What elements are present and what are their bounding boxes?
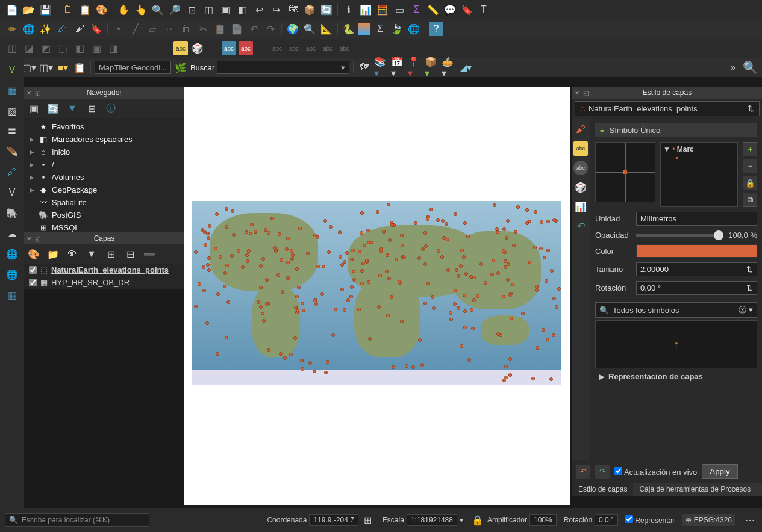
digitize-paste-icon[interactable]: 📄 — [230, 22, 244, 36]
plugin-3d-icon[interactable]: 📦▾ — [425, 60, 439, 75]
refresh-icon[interactable]: 🔄 — [319, 2, 334, 17]
label-tool-4-icon[interactable]: ⬚ — [55, 41, 70, 55]
edit-sparkle-icon[interactable]: ✨ — [39, 22, 53, 36]
ds-wfs-icon[interactable]: 🌐 — [4, 266, 20, 283]
label-d4-icon[interactable]: abc — [320, 41, 335, 55]
open-icon[interactable]: 📂 — [22, 2, 36, 17]
scale-value[interactable]: 1:181921488 — [407, 514, 457, 526]
help-icon[interactable]: ? — [429, 22, 443, 36]
digitize-undo-icon[interactable]: ↶ — [246, 22, 261, 36]
symbology-tab-icon[interactable]: 🖌 — [573, 122, 588, 137]
label-pin-icon[interactable]: abc — [222, 41, 236, 55]
tips-icon[interactable]: 💬 — [443, 2, 457, 17]
ds-pg-icon[interactable]: 🐘 — [4, 205, 20, 221]
undock-icon[interactable]: ◱ — [583, 90, 589, 96]
stats-icon[interactable]: Σ — [409, 2, 423, 17]
zoom-out-icon[interactable]: 🔎 — [167, 2, 182, 17]
plugin-sigma-icon[interactable]: Σ — [373, 22, 387, 36]
tree-item[interactable]: 〰SpatiaLite — [24, 196, 184, 209]
style-mgr-icon[interactable]: 🎨 — [95, 2, 109, 17]
rot-value[interactable]: 0,0 ° — [595, 514, 618, 526]
overflow-icon[interactable]: » — [726, 60, 740, 75]
filter-icon[interactable]: ▼ — [65, 101, 80, 116]
symbol-search[interactable]: 🔍 Todos los símbolosⓧ ▾ — [595, 302, 757, 318]
text-annotation-icon[interactable]: T — [476, 2, 491, 17]
geocode-combo[interactable]: MapTiler Geocodi... — [95, 61, 171, 74]
label-abc-icon[interactable]: abc — [173, 41, 188, 55]
plugin-pie-icon[interactable]: 🥧▾ — [442, 60, 456, 75]
edit-stamp-icon[interactable]: 🔖 — [89, 22, 104, 36]
pan-selection-icon[interactable]: 👆 — [134, 2, 148, 17]
new-map-icon[interactable]: 🗺 — [286, 2, 300, 17]
apply-button[interactable]: Apply — [702, 464, 737, 479]
diagrams-tab-icon[interactable]: 📊 — [573, 199, 588, 214]
plugin-pin-icon[interactable]: 📍▾ — [408, 60, 422, 75]
ds-cloud-icon[interactable]: ☁ — [4, 225, 20, 242]
unit-select[interactable]: Milímetros — [636, 212, 757, 226]
refresh-browser-icon[interactable]: 🔄 — [46, 101, 60, 116]
history-tab-icon[interactable]: ↶ — [573, 218, 588, 233]
select-all-icon[interactable]: ■▾ — [55, 60, 70, 75]
new-3d-icon[interactable]: 📦 — [302, 2, 317, 17]
zoom-selection-icon[interactable]: ◫ — [201, 2, 216, 17]
locator-input[interactable]: 🔍 Escriba para localizar (⌘K) — [5, 513, 149, 527]
copy-sel-icon[interactable]: 📋 — [72, 60, 87, 75]
web-search-icon[interactable]: 🔍 — [302, 22, 317, 36]
layer-item[interactable]: ▦ HYP_HR_SR_OB_DR — [24, 276, 184, 289]
zoom-full-icon[interactable]: ⊡ — [184, 2, 199, 17]
label-d5-icon[interactable]: abc — [337, 41, 352, 55]
crs-button[interactable]: ⊕ EPSG:4326 — [682, 514, 735, 526]
edit-brush-icon[interactable]: 🖌 — [72, 22, 87, 36]
label-tool-5-icon[interactable]: ◧ — [72, 41, 87, 55]
search-map-icon[interactable]: 🔍 — [743, 60, 757, 75]
close-icon[interactable]: ✕ — [575, 90, 579, 96]
web-osm-icon[interactable]: 🌍 — [286, 22, 300, 36]
plugin-eraser-icon[interactable]: ◢▾ — [458, 60, 473, 75]
identify-icon[interactable]: ℹ — [342, 2, 356, 17]
zoom-native-icon[interactable]: ◧ — [235, 2, 249, 17]
tab-processing[interactable]: Caja de herramientas de Procesos — [633, 483, 757, 496]
remove-symbol-layer-button[interactable]: － — [743, 159, 757, 173]
save-icon[interactable]: 💾 — [39, 2, 53, 17]
tree-item[interactable]: ▶⌂Inicio — [24, 146, 184, 158]
new-project-icon[interactable]: 📄 — [5, 2, 19, 17]
label-pin2-icon[interactable]: abc — [239, 41, 253, 55]
plugin-histogram-icon[interactable] — [358, 23, 370, 35]
label-tool-2-icon[interactable]: ◪ — [22, 41, 36, 55]
python-icon[interactable]: 🐍 — [342, 22, 356, 36]
label-cube-icon[interactable]: 🎲 — [190, 41, 205, 55]
label-tool-1-icon[interactable]: ◫ — [5, 41, 19, 55]
layout-mgr-icon[interactable]: 📋 — [78, 2, 92, 17]
plugin-layers-icon[interactable]: 📚▾ — [374, 60, 389, 75]
live-update-checkbox[interactable]: Actualización en vivo — [614, 467, 697, 477]
render-checkbox[interactable]: Representar — [625, 515, 675, 525]
tree-item[interactable]: ▶◆GeoPackage — [24, 184, 184, 196]
label-tool-3-icon[interactable]: ◩ — [39, 41, 53, 55]
add-group-icon[interactable]: 📁 — [46, 247, 60, 261]
search-input[interactable]: ▾ — [217, 61, 349, 74]
tree-item[interactable]: 🐘PostGIS — [24, 209, 184, 221]
ds-raster-icon[interactable]: ▦ — [4, 82, 20, 99]
ds-db-feather-icon[interactable]: 🪶 — [4, 143, 20, 160]
remove-icon[interactable]: ➖ — [142, 247, 157, 261]
measure-icon[interactable]: 📏 — [426, 2, 440, 17]
filter-legend-icon[interactable]: ▼ — [84, 247, 99, 261]
zoom-last-icon[interactable]: ↩ — [252, 2, 266, 17]
attributes-icon[interactable]: 📊 — [358, 2, 373, 17]
digitize-poly-icon[interactable]: ▱ — [145, 22, 160, 36]
add-symbol-layer-button[interactable]: ＋ — [743, 142, 757, 156]
extents-toggle-icon[interactable]: ⊞ — [361, 513, 375, 527]
plugin-globe-icon[interactable]: 🌐 — [407, 22, 421, 36]
label-d2-icon[interactable]: abc — [287, 41, 301, 55]
ds-tile-icon[interactable]: ▦ — [4, 286, 20, 303]
field-calc-icon[interactable]: 🧮 — [375, 2, 390, 17]
tab-style[interactable]: Estilo de capas — [572, 483, 633, 496]
zoom-layer-icon[interactable]: ▣ — [218, 2, 233, 17]
collapse-all-icon[interactable]: ⊟ — [84, 101, 99, 116]
digitize-redo-icon[interactable]: ↷ — [263, 22, 278, 36]
collapse-icon[interactable]: ⊟ — [123, 247, 137, 261]
undo-button[interactable]: ↶ — [576, 465, 590, 479]
tree-item[interactable]: ★Favoritos — [24, 120, 184, 133]
redo-button[interactable]: ↷ — [595, 465, 610, 479]
ds-mesh-icon[interactable]: ▨ — [4, 102, 20, 119]
